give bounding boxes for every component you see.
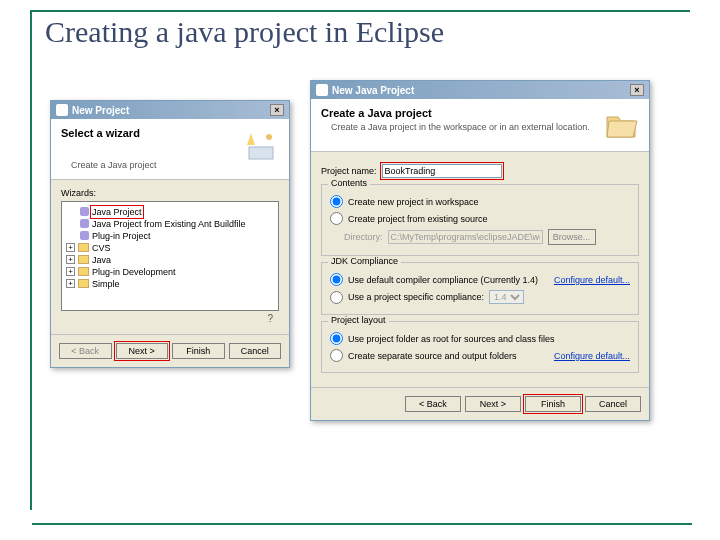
back-button: < Back xyxy=(59,343,112,359)
java-project-icon xyxy=(80,207,89,216)
configure-default-link[interactable]: Configure default... xyxy=(554,351,630,361)
radio-label: Create new project in workspace xyxy=(348,197,479,207)
dialog-title: New Project xyxy=(72,105,129,116)
banner-title: Select a wizard xyxy=(61,127,243,139)
titlebar[interactable]: New Project × xyxy=(51,101,289,119)
wizard-icon xyxy=(243,127,279,163)
tree-item[interactable]: Java Project from Existing Ant Buildfile xyxy=(92,219,246,229)
next-button[interactable]: Next > xyxy=(116,343,169,359)
radio-label: Create separate source and output folder… xyxy=(348,351,517,361)
slide-title: Creating a java project in Eclipse xyxy=(40,15,449,49)
wizard-tree[interactable]: Java Project Java Project from Existing … xyxy=(61,201,279,311)
directory-label: Directory: xyxy=(344,232,383,242)
wizards-label: Wizards: xyxy=(61,188,279,198)
next-button[interactable]: Next > xyxy=(465,396,521,412)
tree-item-java-project[interactable]: Java Project xyxy=(92,207,142,217)
layout-group: Project layout Use project folder as roo… xyxy=(321,321,639,373)
help-icon[interactable]: ? xyxy=(61,311,279,326)
app-icon xyxy=(56,104,68,116)
tree-item[interactable]: Plug-in Project xyxy=(92,231,151,241)
default-compliance-radio[interactable] xyxy=(330,273,343,286)
radio-label: Use a project specific compliance: xyxy=(348,292,484,302)
folder-large-icon xyxy=(603,107,639,143)
finish-button[interactable]: Finish xyxy=(172,343,225,359)
project-folder-root-radio[interactable] xyxy=(330,332,343,345)
tree-item[interactable]: CVS xyxy=(92,243,111,253)
contents-group: Contents Create new project in workspace… xyxy=(321,184,639,256)
jdk-group: JDK Compliance Use default compiler comp… xyxy=(321,262,639,315)
dialog-title: New Java Project xyxy=(332,85,414,96)
separate-folders-radio[interactable] xyxy=(330,349,343,362)
jdk-legend: JDK Compliance xyxy=(328,256,401,266)
tree-item[interactable]: Java xyxy=(92,255,111,265)
directory-input xyxy=(388,230,543,244)
button-row: < Back Next > Finish Cancel xyxy=(51,334,289,367)
project-name-label: Project name: xyxy=(321,166,377,176)
layout-legend: Project layout xyxy=(328,315,389,325)
new-java-project-dialog: New Java Project × Create a Java project… xyxy=(310,80,650,421)
banner-subtitle: Create a Java project in the workspace o… xyxy=(321,122,603,133)
close-icon[interactable]: × xyxy=(270,104,284,116)
banner-subtitle: Create a Java project xyxy=(61,160,243,171)
configure-default-link[interactable]: Configure default... xyxy=(554,275,630,285)
svg-rect-0 xyxy=(249,147,273,159)
banner-title: Create a Java project xyxy=(321,107,603,119)
project-compliance-radio[interactable] xyxy=(330,291,343,304)
back-button[interactable]: < Back xyxy=(405,396,461,412)
plugin-project-icon xyxy=(80,231,89,240)
button-row: < Back Next > Finish Cancel xyxy=(311,387,649,420)
create-new-radio[interactable] xyxy=(330,195,343,208)
close-icon[interactable]: × xyxy=(630,84,644,96)
tree-item[interactable]: Simple xyxy=(92,279,120,289)
expander-icon[interactable]: + xyxy=(66,255,75,264)
finish-button[interactable]: Finish xyxy=(525,396,581,412)
banner: Select a wizard Create a Java project xyxy=(51,119,289,180)
radio-label: Use default compiler compliance (Current… xyxy=(348,275,538,285)
svg-point-1 xyxy=(266,134,272,140)
cancel-button[interactable]: Cancel xyxy=(585,396,641,412)
tree-item[interactable]: Plug-in Development xyxy=(92,267,176,277)
contents-legend: Contents xyxy=(328,178,370,188)
project-name-input[interactable] xyxy=(382,164,502,178)
new-project-dialog: New Project × Select a wizard Create a J… xyxy=(50,100,290,368)
folder-icon xyxy=(78,255,89,264)
titlebar[interactable]: New Java Project × xyxy=(311,81,649,99)
create-existing-radio[interactable] xyxy=(330,212,343,225)
java-project-icon xyxy=(80,219,89,228)
folder-icon xyxy=(78,279,89,288)
expander-icon[interactable]: + xyxy=(66,243,75,252)
app-icon xyxy=(316,84,328,96)
folder-icon xyxy=(78,267,89,276)
radio-label: Use project folder as root for sources a… xyxy=(348,334,555,344)
browse-button: Browse... xyxy=(548,229,596,245)
banner: Create a Java project Create a Java proj… xyxy=(311,99,649,152)
expander-icon[interactable]: + xyxy=(66,279,75,288)
compliance-select: 1.4 xyxy=(489,290,524,304)
radio-label: Create project from existing source xyxy=(348,214,488,224)
folder-icon xyxy=(78,243,89,252)
cancel-button[interactable]: Cancel xyxy=(229,343,282,359)
expander-icon[interactable]: + xyxy=(66,267,75,276)
